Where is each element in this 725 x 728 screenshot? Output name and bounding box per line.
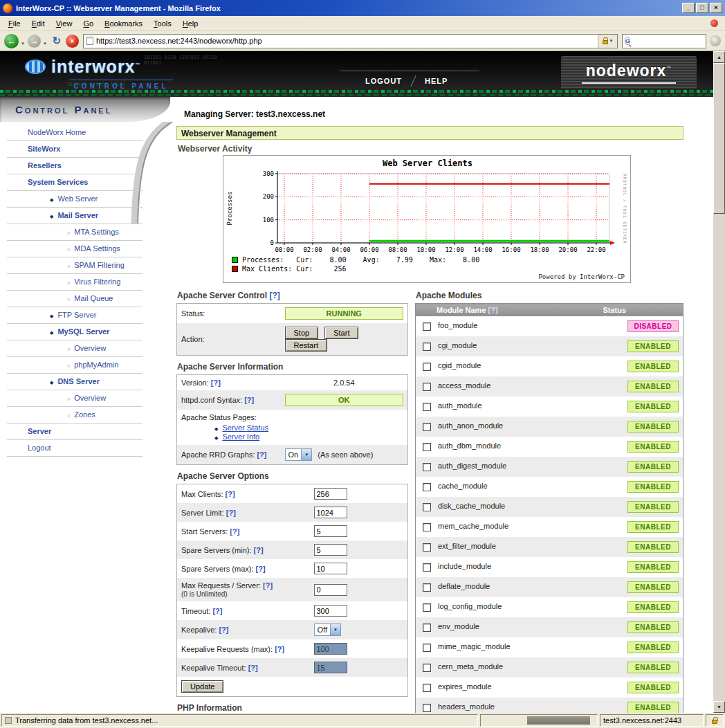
sidebar-item-system-services[interactable]: System Services bbox=[7, 174, 143, 191]
module-checkbox[interactable] bbox=[423, 603, 431, 612]
help-link[interactable]: [?] bbox=[488, 306, 498, 314]
sidebar-item-mta-settings[interactable]: ○MTA Settings bbox=[7, 224, 143, 241]
sidebar-item-mail-queue[interactable]: ○Mail Queue bbox=[7, 291, 143, 307]
module-checkbox[interactable] bbox=[423, 443, 431, 451]
back-button[interactable]: ← bbox=[4, 34, 19, 48]
help-link[interactable]: [?] bbox=[248, 664, 258, 672]
module-checkbox[interactable] bbox=[423, 704, 431, 712]
help-link[interactable]: HELP bbox=[414, 77, 459, 85]
sidebar-item-overview[interactable]: ○Overview bbox=[7, 340, 143, 357]
spare-servers-max-input[interactable] bbox=[314, 563, 347, 574]
module-checkbox[interactable] bbox=[423, 383, 431, 391]
maximize-button[interactable]: □ bbox=[696, 3, 708, 13]
sidebar-item-spam-filtering[interactable]: ○SPAM Filtering bbox=[7, 257, 143, 274]
module-checkbox[interactable] bbox=[423, 483, 431, 491]
help-link[interactable]: [?] bbox=[263, 581, 273, 590]
server-limit-input[interactable] bbox=[314, 507, 347, 518]
module-checkbox[interactable] bbox=[423, 363, 431, 371]
help-link[interactable]: [?] bbox=[212, 607, 222, 615]
keepalive-timeout-input[interactable] bbox=[314, 662, 347, 673]
keepalive-requests-max-input[interactable] bbox=[314, 643, 347, 655]
module-checkbox[interactable] bbox=[423, 583, 431, 592]
minimize-button[interactable]: _ bbox=[682, 3, 695, 13]
help-link[interactable]: [?] bbox=[211, 379, 221, 387]
forward-button[interactable]: → bbox=[28, 35, 41, 48]
help-link[interactable]: [?] bbox=[254, 546, 264, 554]
sidebar-item-resellers[interactable]: Resellers bbox=[7, 158, 143, 174]
module-checkbox[interactable] bbox=[423, 624, 431, 632]
spare-servers-min-input[interactable] bbox=[314, 544, 347, 556]
close-button[interactable]: × bbox=[710, 3, 722, 13]
sidebar-item-zones[interactable]: ○Zones bbox=[7, 407, 143, 424]
restart-button[interactable]: Restart bbox=[285, 339, 327, 352]
rrd-graphs-select[interactable]: On ▾ bbox=[285, 448, 313, 461]
module-checkbox[interactable] bbox=[423, 684, 431, 692]
sidebar-item-phpmyadmin[interactable]: ○phpMyAdmin bbox=[7, 357, 143, 374]
url-input[interactable] bbox=[96, 35, 598, 47]
menu-file[interactable]: File bbox=[3, 17, 26, 30]
logout-link[interactable]: LOGOUT bbox=[354, 77, 413, 85]
address-bar[interactable]: ▼ bbox=[83, 34, 618, 48]
scroll-up-button[interactable]: ▲ bbox=[713, 51, 725, 63]
scrollbar-thumb[interactable] bbox=[713, 63, 725, 214]
stop-button[interactable]: Stop bbox=[285, 327, 319, 339]
menu-edit[interactable]: Edit bbox=[26, 17, 51, 30]
forward-dropdown-icon[interactable]: ▼ bbox=[43, 42, 47, 46]
menu-view[interactable]: View bbox=[51, 17, 78, 30]
menu-go[interactable]: Go bbox=[77, 17, 99, 30]
module-checkbox[interactable] bbox=[423, 403, 431, 411]
window-titlebar[interactable]: InterWorx-CP :: Webserver Management - M… bbox=[0, 0, 725, 16]
search-bar[interactable]: G bbox=[622, 34, 706, 48]
module-checkbox[interactable] bbox=[423, 523, 431, 531]
menu-bookmarks[interactable]: Bookmarks bbox=[99, 17, 148, 30]
module-checkbox[interactable] bbox=[423, 543, 431, 552]
lock-dropdown[interactable]: ▼ bbox=[598, 35, 617, 48]
stop-button[interactable]: × bbox=[66, 35, 79, 48]
sidebar-item-mda-settings[interactable]: ○MDA Settings bbox=[7, 241, 143, 257]
sidebar-item-nodeworx-home[interactable]: NodeWorx Home bbox=[7, 125, 143, 141]
sidebar-item-server[interactable]: Server bbox=[7, 424, 143, 440]
sidebar-item-ftp-server[interactable]: ◆FTP Server bbox=[7, 307, 143, 324]
help-link[interactable]: [?] bbox=[230, 527, 239, 536]
module-checkbox[interactable] bbox=[423, 463, 431, 471]
help-link[interactable]: [?] bbox=[226, 509, 236, 517]
update-button[interactable]: Update bbox=[181, 680, 223, 693]
max-requests-server-input[interactable] bbox=[314, 584, 347, 596]
help-link[interactable]: [?] bbox=[275, 645, 284, 653]
timeout-input[interactable] bbox=[314, 605, 347, 617]
sidebar-item-logout[interactable]: Logout bbox=[7, 440, 143, 457]
keepalive-select[interactable]: Off▾ bbox=[314, 624, 341, 636]
help-link[interactable]: [?] bbox=[269, 291, 279, 300]
module-checkbox[interactable] bbox=[423, 423, 431, 431]
sidebar-item-virus-filtering[interactable]: ○Virus Filtering bbox=[7, 274, 143, 291]
module-checkbox[interactable] bbox=[423, 503, 431, 511]
help-link[interactable]: [?] bbox=[256, 565, 266, 573]
menu-tools[interactable]: Tools bbox=[148, 17, 177, 30]
back-dropdown-icon[interactable]: ▼ bbox=[21, 42, 25, 46]
module-checkbox[interactable] bbox=[423, 343, 431, 351]
help-link[interactable]: [?] bbox=[219, 626, 228, 634]
menu-help[interactable]: Help bbox=[177, 17, 204, 30]
sidebar-item-web-server[interactable]: ◆Web Server bbox=[7, 191, 143, 208]
start-servers-input[interactable] bbox=[314, 525, 347, 537]
module-checkbox[interactable] bbox=[423, 664, 431, 672]
help-link[interactable]: [?] bbox=[257, 451, 266, 459]
module-checkbox[interactable] bbox=[423, 563, 431, 572]
module-checkbox[interactable] bbox=[423, 644, 431, 652]
sidebar-item-mail-server[interactable]: ◆Mail Server bbox=[7, 208, 143, 224]
sidebar-item-dns-server[interactable]: ◆DNS Server bbox=[7, 374, 143, 390]
sidebar-item-mysql-server[interactable]: ◆MySQL Server bbox=[7, 324, 143, 340]
sidebar-item-overview[interactable]: ○Overview bbox=[7, 390, 143, 407]
modules-header-row: Module Name [?] Status bbox=[416, 304, 683, 316]
scroll-down-button[interactable]: ▼ bbox=[713, 701, 725, 713]
server-status-link[interactable]: Server Status bbox=[222, 424, 268, 432]
vertical-scrollbar[interactable]: ▲ ▼ bbox=[713, 51, 725, 713]
max-clients-input[interactable] bbox=[314, 488, 347, 500]
help-link[interactable]: [?] bbox=[226, 490, 235, 498]
sidebar-item-siteworx[interactable]: SiteWorx bbox=[7, 141, 143, 158]
server-info-link[interactable]: Server Info bbox=[222, 433, 259, 441]
module-checkbox[interactable] bbox=[423, 322, 431, 331]
start-button[interactable]: Start bbox=[324, 327, 358, 339]
help-link[interactable]: [?] bbox=[244, 396, 254, 404]
reload-button[interactable]: ↻ bbox=[50, 34, 64, 48]
